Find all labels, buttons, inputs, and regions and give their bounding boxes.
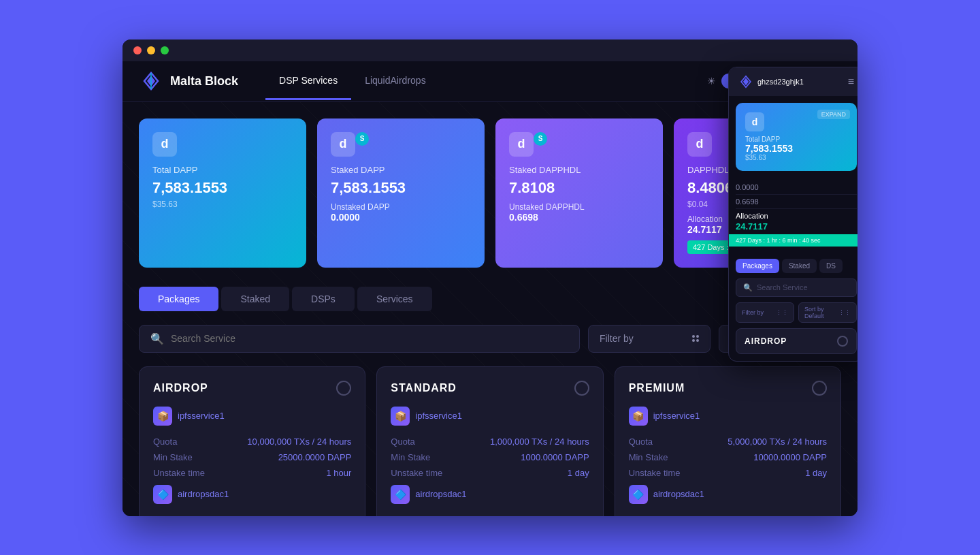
detail-minstake-1: Min Stake 25000.0000 DAPP — [153, 452, 351, 462]
package-header-premium: PREMIUM — [629, 381, 827, 396]
side-dapp-icon: d — [745, 112, 764, 131]
side-radio-airdrop[interactable] — [837, 336, 848, 347]
hamburger-icon[interactable]: ≡ — [848, 76, 854, 88]
side-panel: ghzsd23ghjk1 ≡ d Total DAPP 7,583.1553 $… — [728, 67, 858, 362]
side-tab-ds[interactable]: DS — [819, 259, 843, 273]
dapp-icon-2: d — [331, 132, 355, 157]
provider-icon-3: 📦 — [629, 407, 648, 426]
radio-premium[interactable] — [812, 381, 827, 396]
staked-hdl-badge: S — [534, 132, 547, 146]
filter-dropdown[interactable]: Filter by — [588, 325, 710, 353]
minimize-dot[interactable] — [147, 46, 155, 54]
extra-provider-3: 🔷 airdropsdac1 — [629, 485, 827, 504]
dapp-icon-1: d — [152, 132, 177, 157]
browser-window: Malta Block DSP Services LiquidAirdrops … — [122, 39, 858, 516]
expand-dot[interactable] — [161, 46, 169, 54]
extra-icon-3: 🔷 — [629, 485, 648, 504]
detail-quota-3: Quota 5,000,000 TXs / 24 hours — [629, 437, 827, 447]
side-stat-card: d Total DAPP 7,583.1553 $35.63 EXPAND — [736, 103, 857, 171]
detail-minstake-3: Min Stake 10000.0000 DAPP — [629, 452, 827, 462]
detail-unstake-1: Unstake time 1 hour — [153, 468, 351, 478]
side-search-box[interactable]: 🔍 Search Service — [736, 279, 857, 297]
side-filter-dropdown[interactable]: Filter by ⋮⋮ — [736, 302, 794, 323]
detail-minstake-2: Min Stake 1000.0000 DAPP — [391, 452, 589, 462]
sun-icon: ☀ — [707, 76, 716, 86]
radio-standard[interactable] — [574, 381, 589, 396]
search-icon: 🔍 — [150, 332, 164, 345]
side-search-icon: 🔍 — [743, 283, 753, 292]
provider-standard: 📦 ipfsservice1 — [391, 407, 589, 426]
expand-button[interactable]: EXPAND — [817, 110, 850, 119]
dapp-icon-3: d — [509, 132, 534, 157]
provider-icon-2: 📦 — [391, 407, 410, 426]
side-tab-staked[interactable]: Staked — [782, 259, 817, 273]
radio-airdrop[interactable] — [336, 381, 351, 396]
tab-packages[interactable]: Packages — [139, 287, 218, 311]
side-package-airdrop[interactable]: AIRDROP — [736, 328, 857, 354]
extra-icon-2: 🔷 — [391, 485, 410, 504]
app-title: Malta Block — [170, 74, 238, 89]
package-card-airdrop: AIRDROP 📦 ipfsservice1 Quota 10,000,000 … — [139, 366, 365, 516]
provider-premium: 📦 ipfsservice1 — [629, 407, 827, 426]
provider-icon-1: 📦 — [153, 407, 172, 426]
provider-airdrop: 📦 ipfsservice1 — [153, 407, 351, 426]
logo-area: Malta Block — [139, 69, 238, 93]
extra-provider-1: 🔷 airdropsdac1 — [153, 485, 351, 504]
side-sort-icon: ⋮⋮ — [838, 309, 851, 316]
stat-card-total-dapp: d Total DAPP 7,583.1553 $35.63 — [139, 118, 306, 268]
search-input[interactable] — [171, 333, 568, 344]
detail-quota-1: Quota 10,000,000 TXs / 24 hours — [153, 437, 351, 447]
side-filter-row: Filter by ⋮⋮ Sort by Default ⋮⋮ — [729, 302, 858, 328]
stat-card-staked-dapp: d S Staked DAPP 7,583.1553 Unstaked DAPP… — [317, 118, 485, 268]
search-box[interactable]: 🔍 — [139, 325, 580, 353]
titlebar — [122, 39, 858, 61]
side-tabs: Packages Staked DS — [729, 253, 858, 279]
tab-staked[interactable]: Staked — [221, 287, 289, 311]
detail-unstake-3: Unstake time 1 day — [629, 468, 827, 478]
detail-quota-2: Quota 1,000,000 TXs / 24 hours — [391, 437, 589, 447]
package-header-airdrop: AIRDROP — [153, 381, 351, 396]
staked-badge: S — [355, 132, 369, 146]
side-tab-packages[interactable]: Packages — [736, 259, 779, 273]
nav-tabs: DSP Services LiquidAirdrops — [265, 63, 707, 100]
tab-dsp-services[interactable]: DSP Services — [265, 63, 351, 100]
close-dot[interactable] — [133, 46, 142, 54]
package-header-standard: STANDARD — [391, 381, 589, 396]
side-sort-dropdown[interactable]: Sort by Default ⋮⋮ — [798, 302, 857, 323]
tab-liquid-airdrops[interactable]: LiquidAirdrops — [351, 63, 440, 100]
logo-icon — [139, 69, 163, 93]
packages-grid: AIRDROP 📦 ipfsservice1 Quota 10,000,000 … — [139, 366, 841, 516]
side-panel-logo: ghzsd23ghjk1 — [738, 74, 804, 89]
dapp-icon-4: d — [687, 132, 712, 157]
tab-services[interactable]: Services — [357, 287, 432, 311]
filter-dots-icon — [692, 335, 699, 342]
extra-icon-1: 🔷 — [153, 485, 172, 504]
package-card-premium: PREMIUM 📦 ipfsservice1 Quota 5,000,000 T… — [615, 366, 841, 516]
side-panel-header: ghzsd23ghjk1 ≡ — [729, 67, 858, 96]
package-card-standard: STANDARD 📦 ipfsservice1 Quota 1,000,000 … — [376, 366, 603, 516]
stat-card-staked-dapphdl: d S Staked DAPPHDL 7.8108 Unstaked DAPPH… — [495, 118, 663, 268]
side-timer: 427 Days : 1 hr : 6 min : 40 sec — [729, 234, 858, 247]
tab-dsps[interactable]: DSPs — [292, 287, 355, 311]
side-values: 0.0000 0.6698 Allocation 24.7117 — [729, 178, 858, 234]
side-filter-icon: ⋮⋮ — [776, 309, 788, 316]
extra-provider-2: 🔷 airdropsdac1 — [391, 485, 589, 504]
detail-unstake-2: Unstake time 1 day — [391, 468, 589, 478]
